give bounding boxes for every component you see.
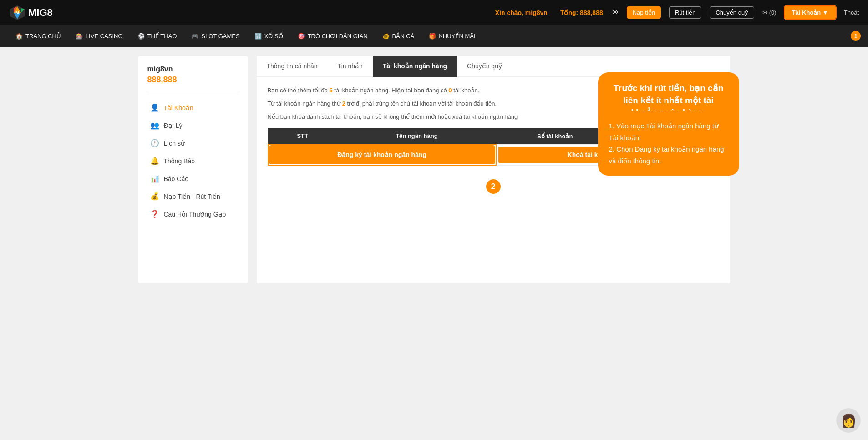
sidebar-label: Thông Báo (164, 157, 195, 165)
tai-khoan-button[interactable]: Tài Khoản ▼ (785, 6, 836, 19)
nav-item-trang-chu[interactable]: 🏠 TRANG CHỦ (9, 25, 67, 47)
report-icon: 📊 (150, 174, 159, 183)
nav-item-the-thao[interactable]: ⚽ THỂ THAO (131, 25, 183, 47)
nav-item-live-casino[interactable]: 🎰 LIVE CASINO (69, 25, 129, 47)
sidebar-item-dai-ly[interactable]: 👥 Đại Lý (147, 116, 239, 134)
sidebar-label: Lịch sử (164, 140, 185, 147)
sidebar-label: Đại Lý (164, 122, 183, 129)
sidebar-divider (147, 94, 239, 94)
gift-icon: 🎁 (429, 33, 436, 40)
header: M MIG8 Xin chào, mig8vn Tổng: 888,888 👁 … (0, 0, 868, 25)
mail-button[interactable]: ✉ (0) (762, 9, 777, 16)
main-layout: mig8vn 888,888 👤 Tài Khoản 👥 Đại Lý 🕐 Lị… (138, 56, 730, 283)
bell-icon: 🔔 (150, 157, 159, 165)
col-ten-ngan-hang: Tên ngân hàng (337, 128, 496, 144)
nav-item-ban-ca[interactable]: 🐠 BẮN CÁ (376, 25, 421, 47)
total-amount: 888,888 (580, 9, 603, 16)
nav-badge: 1 (851, 31, 861, 41)
step2-badge: 2 (486, 179, 501, 194)
sidebar-balance: 888,888 (147, 75, 239, 85)
sidebar-label: Tài Khoản (164, 104, 193, 111)
sidebar-item-lich-su[interactable]: 🕐 Lịch sử (147, 134, 239, 152)
sidebar-item-bao-cao[interactable]: 📊 Báo Cáo (147, 170, 239, 187)
sidebar-label: Báo Cáo (164, 175, 188, 182)
sidebar-item-thong-bao[interactable]: 🔔 Thông Báo (147, 152, 239, 170)
nap-tien-button[interactable]: Nap tiền (627, 6, 661, 19)
account-icon: 👤 (150, 103, 159, 112)
logo: M MIG8 (9, 5, 53, 21)
sidebar-label: Nạp Tiền - Rút Tiền (164, 193, 220, 200)
tab-tai-khoan-ngan-hang[interactable]: Tài khoản ngân hàng (373, 56, 457, 77)
col-so-tai-khoan: Số tài khoản (496, 128, 614, 144)
register-bank-button[interactable]: Đăng ký tài khoản ngân hàng (270, 147, 494, 163)
nav-label: THỂ THAO (147, 33, 177, 40)
fish-icon: 🐠 (382, 33, 390, 40)
tab-tin-nhan[interactable]: Tin nhắn (328, 56, 373, 77)
content-area: Thông tin cá nhân Tin nhắn Tài khoản ngâ… (257, 56, 730, 283)
col-stt: STT (268, 128, 337, 144)
nav-item-tro-choi-dan-gian[interactable]: 🎯 TRÒ CHƠI DÂN GIAN (291, 25, 374, 47)
nav-label: KHUYẾN MÃI (439, 33, 475, 40)
nav-label: SLOT GAMES (201, 33, 239, 40)
nav-label: BẮN CÁ (392, 33, 415, 40)
greeting-text: Xin chào, mig8vn (495, 9, 548, 16)
rut-tien-button[interactable]: Rút tiền (669, 6, 702, 19)
content-body: Bạn có thể thêm tối đa 5 tài khoản ngân … (257, 77, 730, 203)
tab-chuyen-quy[interactable]: Chuyển quỹ (457, 56, 512, 77)
bubble-bottom: 1. Vào mục Tài khoản ngân hàng từ Tài kh… (598, 111, 739, 176)
logo-icon: M (9, 5, 25, 21)
nav-item-xo-so[interactable]: 🔢 XỔ SỐ (248, 25, 289, 47)
svg-text:M: M (15, 10, 19, 15)
logo-text: MIG8 (28, 7, 53, 19)
thoat-button[interactable]: Thoát (844, 9, 859, 16)
nav-label: TRANG CHỦ (25, 33, 61, 40)
main-nav: 🏠 TRANG CHỦ 🎰 LIVE CASINO ⚽ THỂ THAO 🎮 S… (0, 25, 868, 47)
nav-label: LIVE CASINO (86, 33, 123, 40)
eye-icon[interactable]: 👁 (611, 9, 619, 17)
sidebar-item-cau-hoi[interactable]: ❓ Câu Hỏi Thường Gặp (147, 205, 239, 223)
sidebar-item-nap-rut-tien[interactable]: 💰 Nạp Tiền - Rút Tiền (147, 187, 239, 205)
nav-label: XỔ SỐ (264, 33, 283, 40)
money-icon: 💰 (150, 192, 159, 201)
bubble-bottom-text: 1. Vào mục Tài khoản ngân hàng từ Tài kh… (609, 122, 724, 165)
nav-item-slot-games[interactable]: 🎮 SLOT GAMES (185, 25, 246, 47)
sidebar-item-tai-khoan[interactable]: 👤 Tài Khoản (147, 99, 239, 116)
sports-icon: ⚽ (137, 33, 145, 40)
register-bank-cell: Đăng ký tài khoản ngân hàng (268, 144, 496, 165)
header-total: Tổng: 888,888 (560, 9, 603, 16)
casino-icon: 🎰 (76, 33, 83, 40)
slots-icon: 🎮 (191, 33, 198, 40)
agent-icon: 👥 (150, 121, 159, 130)
sidebar: mig8vn 888,888 👤 Tài Khoản 👥 Đại Lý 🕐 Lị… (138, 56, 248, 283)
nav-item-khuyen-mai[interactable]: 🎁 KHUYẾN MÃI (422, 25, 482, 47)
chuyen-quy-button[interactable]: Chuyển quỹ (710, 6, 754, 19)
sidebar-username: mig8vn (147, 65, 239, 73)
lottery-icon: 🔢 (254, 33, 262, 40)
sidebar-label: Câu Hỏi Thường Gặp (164, 211, 226, 218)
nav-label: TRÒ CHƠI DÂN GIAN (308, 33, 368, 40)
home-icon: 🏠 (15, 33, 23, 40)
faq-icon: ❓ (150, 210, 159, 218)
history-icon: 🕐 (150, 139, 159, 147)
tab-thong-tin[interactable]: Thông tin cá nhân (257, 56, 328, 77)
header-username: mig8vn (525, 9, 548, 16)
folk-game-icon: 🎯 (298, 33, 305, 40)
